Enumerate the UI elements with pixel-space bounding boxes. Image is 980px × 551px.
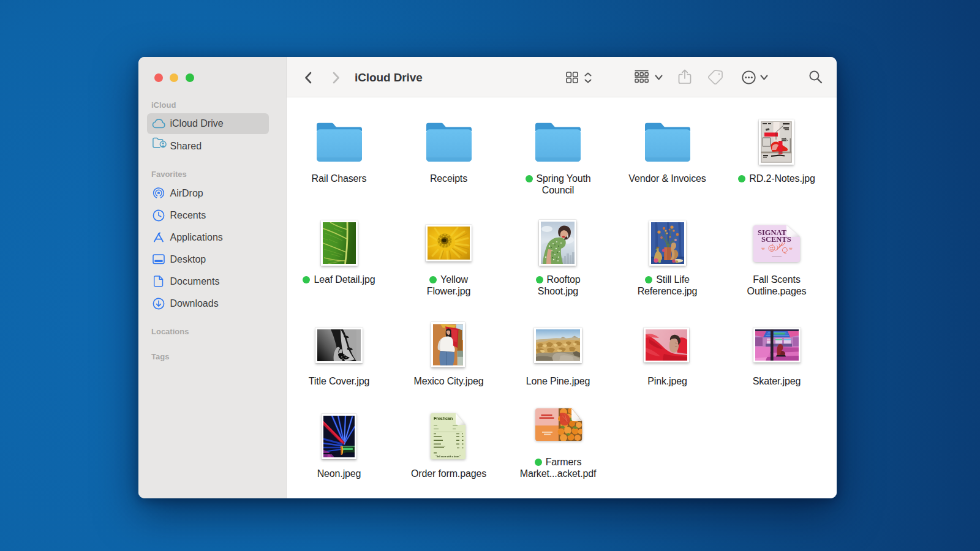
svg-text:Freshcan: Freshcan [434, 416, 453, 421]
svg-text:SCENTS: SCENTS [761, 235, 791, 244]
svg-text:"Sell more with a bean.": "Sell more with a bean." [435, 455, 461, 458]
